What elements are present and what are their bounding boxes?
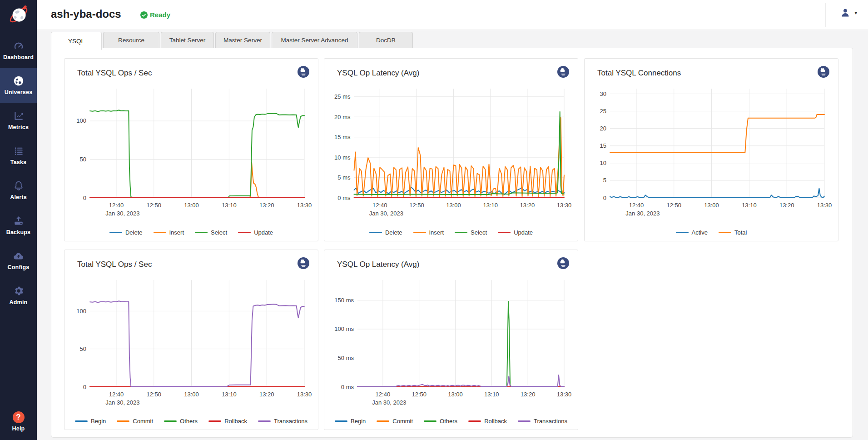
series-line-active: [610, 188, 824, 197]
chart-legend: DeleteInsertSelectUpdate: [324, 229, 578, 236]
line-chart-icon: [13, 110, 25, 122]
y-tick-label: 100: [76, 308, 86, 315]
prometheus-icon[interactable]: [297, 65, 310, 78]
legend-swatch: [377, 420, 389, 422]
x-tick-label: 12:40: [109, 391, 124, 398]
chart-legend: DeleteInsertSelectUpdate: [64, 229, 318, 236]
tab-ysql[interactable]: YSQL: [51, 32, 102, 50]
legend-swatch: [109, 232, 122, 233]
yugabyte-logo[interactable]: [0, 1, 37, 28]
status-text: Ready: [150, 11, 170, 19]
user-menu-button[interactable]: ▾: [840, 7, 857, 18]
sidebar-item-alerts[interactable]: Alerts: [0, 173, 37, 208]
legend-item-insert[interactable]: Insert: [154, 229, 184, 236]
x-date-label: Jan 30, 2023: [105, 399, 139, 406]
legend-label: Rollback: [484, 418, 507, 425]
legend-item-commit[interactable]: Commit: [117, 418, 153, 425]
sidebar-item-admin[interactable]: Admin: [0, 278, 37, 313]
legend-label: Others: [440, 418, 457, 425]
legend-item-insert[interactable]: Insert: [413, 229, 444, 236]
legend-item-active[interactable]: Active: [676, 229, 708, 236]
sidebar-item-label: Backups: [6, 229, 31, 235]
line-chart: 12:40Jan 30, 202312:5013:0013:1013:2013:…: [332, 85, 571, 221]
tab-master-server-advanced[interactable]: Master Server Advanced: [272, 32, 357, 48]
legend-item-commit[interactable]: Commit: [377, 418, 413, 425]
legend-item-delete[interactable]: Delete: [369, 229, 402, 236]
chevron-down-icon: ▾: [854, 10, 857, 16]
legend-swatch: [518, 420, 531, 422]
legend-label: Active: [692, 229, 708, 236]
x-tick-label: 13:00: [184, 391, 199, 398]
legend-item-others[interactable]: Others: [424, 418, 457, 425]
y-tick-label: 10: [600, 160, 606, 166]
legend-swatch: [164, 420, 177, 422]
prometheus-icon[interactable]: [297, 257, 310, 270]
y-tick-label: 150 ms: [334, 297, 354, 304]
tab-bar: YSQL Resource Tablet Server Master Serve…: [51, 32, 413, 50]
sidebar-item-help[interactable]: ? Help: [0, 407, 37, 435]
y-tick-label: 30: [600, 90, 606, 97]
sidebar-item-metrics[interactable]: Metrics: [0, 103, 37, 138]
tab-master-server[interactable]: Master Server: [215, 32, 270, 48]
y-tick-label: 50: [80, 345, 86, 352]
legend-item-begin[interactable]: Begin: [75, 418, 106, 425]
sidebar-item-label: Alerts: [10, 194, 27, 200]
legend-swatch: [195, 232, 208, 233]
legend-label: Insert: [169, 229, 184, 236]
y-tick-label: 50: [80, 156, 86, 163]
x-tick-label: 13:30: [297, 202, 312, 209]
y-tick-label: 5: [603, 177, 606, 184]
legend-label: Commit: [133, 418, 153, 425]
prometheus-icon[interactable]: [817, 65, 830, 78]
legend-item-update[interactable]: Update: [238, 229, 273, 236]
legend-item-select[interactable]: Select: [195, 229, 227, 236]
x-tick-label: 13:00: [184, 202, 199, 209]
series-line-select: [354, 112, 565, 195]
prometheus-icon[interactable]: [557, 257, 570, 270]
tab-tablet-server[interactable]: Tablet Server: [161, 32, 214, 48]
universe-name: ash-yba-docs: [51, 8, 121, 20]
legend-item-total[interactable]: Total: [719, 229, 747, 236]
legend-item-select[interactable]: Select: [455, 229, 487, 236]
chart-legend: BeginCommitOthersRollbackTransactions: [64, 418, 318, 425]
legend-item-begin[interactable]: Begin: [335, 418, 366, 425]
legend-item-update[interactable]: Update: [498, 229, 533, 236]
legend-item-others[interactable]: Others: [164, 418, 198, 425]
x-tick-label: 12:50: [412, 391, 427, 398]
x-tick-label: 13:20: [259, 202, 274, 209]
chart-title: Total YSQL Connections: [597, 69, 681, 78]
sidebar-item-configs[interactable]: Configs: [0, 243, 37, 278]
prometheus-icon[interactable]: [557, 65, 570, 78]
x-tick-label: 12:50: [146, 202, 161, 209]
legend-swatch: [719, 232, 731, 233]
main-content: YSQL Resource Tablet Server Master Serve…: [37, 30, 868, 440]
sidebar-item-backups[interactable]: Backups: [0, 208, 37, 243]
series-line-insert: [90, 162, 304, 197]
upload-tray-icon: [13, 215, 25, 227]
y-tick-label: 50 ms: [338, 355, 354, 361]
gear-icon: [13, 285, 25, 297]
legend-label: Rollback: [224, 418, 247, 425]
x-tick-label: 13:20: [521, 391, 536, 398]
user-icon: [840, 7, 851, 18]
x-tick-label: 13:30: [557, 202, 571, 209]
series-line-select: [90, 110, 304, 197]
legend-swatch: [258, 420, 271, 422]
chart-title: YSQL Op Latency (Avg): [337, 69, 419, 78]
tab-resource[interactable]: Resource: [103, 32, 159, 48]
sidebar-item-dashboard[interactable]: Dashboard: [0, 33, 37, 68]
tab-docdb[interactable]: DocDB: [359, 32, 413, 48]
legend-item-rollback[interactable]: Rollback: [468, 418, 507, 425]
sidebar-item-label: Admin: [10, 299, 28, 305]
legend-item-rollback[interactable]: Rollback: [208, 418, 247, 425]
series-line-transactions: [90, 301, 304, 386]
legend-item-delete[interactable]: Delete: [109, 229, 143, 236]
x-date-label: Jan 30, 2023: [625, 210, 660, 217]
legend-item-transactions[interactable]: Transactions: [518, 418, 567, 425]
y-tick-label: 20 ms: [334, 114, 351, 120]
legend-swatch: [498, 232, 511, 233]
legend-swatch: [208, 420, 221, 422]
legend-item-transactions[interactable]: Transactions: [258, 418, 308, 425]
sidebar-item-universes[interactable]: Universes: [0, 68, 37, 103]
sidebar-item-tasks[interactable]: Tasks: [0, 138, 37, 173]
